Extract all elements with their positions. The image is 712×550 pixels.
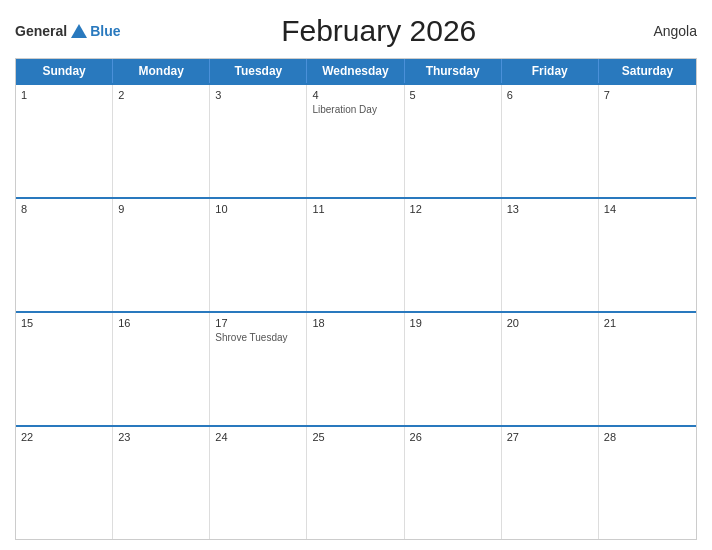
day-14: 14: [599, 199, 696, 311]
day-27: 27: [502, 427, 599, 539]
logo-triangle-icon: [70, 22, 88, 40]
calendar: Sunday Monday Tuesday Wednesday Thursday…: [15, 58, 697, 540]
logo-blue: Blue: [90, 23, 120, 39]
header-monday: Monday: [113, 59, 210, 83]
day-19: 19: [405, 313, 502, 425]
week-row-3: 15 16 17 Shrove Tuesday 18 19 20: [16, 311, 696, 425]
day-13: 13: [502, 199, 599, 311]
header-saturday: Saturday: [599, 59, 696, 83]
day-7: 7: [599, 85, 696, 197]
day-9: 9: [113, 199, 210, 311]
day-15: 15: [16, 313, 113, 425]
logo: General Blue: [15, 22, 120, 40]
header-tuesday: Tuesday: [210, 59, 307, 83]
week-row-2: 8 9 10 11 12 13 14: [16, 197, 696, 311]
day-3: 3: [210, 85, 307, 197]
day-24: 24: [210, 427, 307, 539]
day-16: 16: [113, 313, 210, 425]
calendar-body: 1 2 3 4 Liberation Day 5 6: [16, 83, 696, 539]
page: General Blue February 2026 Angola Sunday…: [0, 0, 712, 550]
day-2: 2: [113, 85, 210, 197]
country-label: Angola: [637, 23, 697, 39]
event-liberation-day: Liberation Day: [312, 103, 398, 116]
day-4: 4 Liberation Day: [307, 85, 404, 197]
week-row-4: 22 23 24 25 26 27 28: [16, 425, 696, 539]
week-row-1: 1 2 3 4 Liberation Day 5 6: [16, 83, 696, 197]
day-26: 26: [405, 427, 502, 539]
day-18: 18: [307, 313, 404, 425]
header-friday: Friday: [502, 59, 599, 83]
day-5: 5: [405, 85, 502, 197]
day-25: 25: [307, 427, 404, 539]
day-headers-row: Sunday Monday Tuesday Wednesday Thursday…: [16, 59, 696, 83]
day-23: 23: [113, 427, 210, 539]
day-11: 11: [307, 199, 404, 311]
header: General Blue February 2026 Angola: [15, 10, 697, 52]
day-20: 20: [502, 313, 599, 425]
day-21: 21: [599, 313, 696, 425]
day-28: 28: [599, 427, 696, 539]
day-22: 22: [16, 427, 113, 539]
day-8: 8: [16, 199, 113, 311]
logo-general: General: [15, 23, 67, 39]
header-thursday: Thursday: [405, 59, 502, 83]
day-12: 12: [405, 199, 502, 311]
day-17: 17 Shrove Tuesday: [210, 313, 307, 425]
day-6: 6: [502, 85, 599, 197]
event-shrove-tuesday: Shrove Tuesday: [215, 331, 301, 344]
page-title: February 2026: [120, 14, 637, 48]
day-10: 10: [210, 199, 307, 311]
header-sunday: Sunday: [16, 59, 113, 83]
header-wednesday: Wednesday: [307, 59, 404, 83]
day-1: 1: [16, 85, 113, 197]
svg-marker-0: [71, 24, 87, 38]
